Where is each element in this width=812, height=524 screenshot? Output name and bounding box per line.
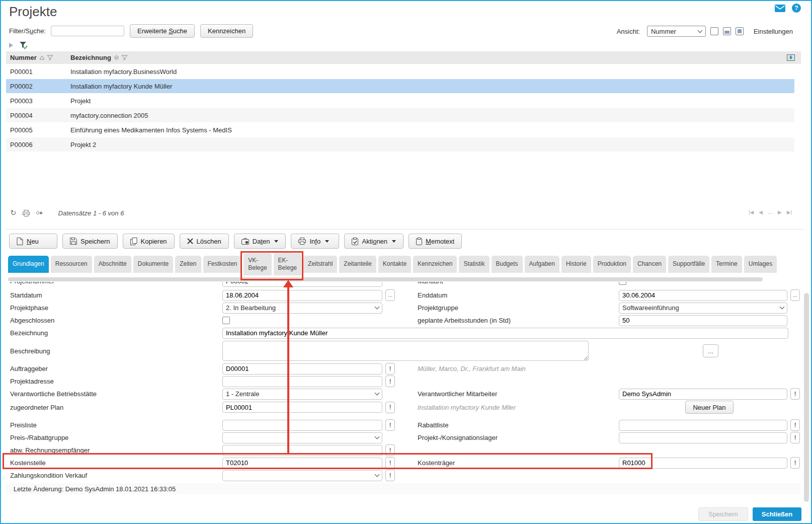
filter-active-icon[interactable]	[19, 41, 28, 49]
advanced-search-button[interactable]: Erweiterte Suche	[130, 24, 195, 38]
einstellungen-link[interactable]: Einstellungen	[754, 28, 793, 35]
tab-umlages[interactable]: Umlages	[744, 256, 777, 273]
column-filter-icon[interactable]	[121, 55, 128, 60]
expand-filter-icon[interactable]	[9, 43, 13, 48]
tab-zeiten[interactable]: Zeiten	[175, 256, 201, 273]
filter-search-input[interactable]	[51, 26, 124, 36]
kostenstelle-input[interactable]	[222, 458, 382, 469]
column-settings-icon[interactable]	[787, 54, 795, 61]
memotext-button[interactable]: Memotext	[409, 234, 462, 249]
tab-statistik[interactable]: Statistik	[459, 256, 489, 273]
beschreibung-textarea[interactable]	[222, 341, 589, 361]
tab-dokumente[interactable]: Dokumente	[133, 256, 173, 273]
tab-ek-belege[interactable]: EK- Belege	[274, 253, 301, 275]
auftraggeber-input[interactable]	[222, 363, 382, 375]
rechnungsempfaenger-input[interactable]	[222, 445, 382, 456]
plan-lookup-button[interactable]: !	[385, 402, 395, 413]
kostenstelle-lookup-button[interactable]: !	[385, 457, 395, 469]
table-row[interactable]: P00005 Einführung eines Medikamenten Inf…	[6, 123, 794, 137]
tab-supportfälle[interactable]: Supportfälle	[668, 256, 709, 273]
projektadresse-input[interactable]	[222, 376, 382, 387]
table-row[interactable]: P00006 Projekt 2	[6, 137, 794, 152]
mandant-checkbox[interactable]	[619, 282, 626, 285]
refresh-icon[interactable]: ↻	[10, 208, 17, 217]
table-row[interactable]: P00002 Installation myfactory Kunde Müll…	[6, 79, 794, 94]
kostentraeger-lookup-button[interactable]: !	[790, 457, 800, 469]
plan-input[interactable]	[222, 402, 382, 413]
save-button[interactable]: Speichern	[62, 234, 118, 249]
lager-input[interactable]	[619, 432, 787, 443]
link-records-icon[interactable]	[36, 210, 43, 215]
zahlungskondition-select[interactable]	[222, 470, 382, 481]
tab-termine[interactable]: Termine	[711, 256, 742, 273]
projektnummer-input[interactable]	[222, 282, 382, 287]
mitarbeiter-input[interactable]	[619, 389, 787, 400]
preisliste-input[interactable]	[222, 420, 382, 431]
tab-budgets[interactable]: Budgets	[492, 256, 523, 273]
column-header-nummer[interactable]: Nummer	[6, 54, 70, 61]
tab-zeitanteile[interactable]: Zeitanteile	[339, 256, 376, 273]
pager-prev-button[interactable]: ◀	[759, 209, 763, 215]
betriebsstaette-select[interactable]: 1 - Zentrale	[222, 389, 382, 400]
tab-ressourcen[interactable]: Ressourcen	[51, 256, 92, 273]
delete-button[interactable]: Löschen	[180, 234, 229, 249]
tab-zeitstrahl[interactable]: Zeitstrahl	[303, 256, 337, 273]
new-button[interactable]: Neu	[9, 234, 57, 249]
print-icon[interactable]	[23, 210, 30, 216]
mail-icon[interactable]	[775, 5, 785, 12]
pager-next-button[interactable]: ▶	[778, 209, 782, 215]
column-filter-icon[interactable]	[47, 55, 53, 60]
tab-chancen[interactable]: Chancen	[633, 256, 666, 273]
view-detail-button[interactable]	[736, 27, 744, 35]
projektadresse-lookup-button[interactable]: !	[385, 376, 395, 387]
table-row[interactable]: P00001 Installation myfactory.BusinessWo…	[6, 64, 794, 79]
tab-kontakte[interactable]: Kontakte	[378, 256, 411, 273]
close-button[interactable]: Schließen	[753, 507, 801, 521]
startdatum-input[interactable]	[222, 290, 382, 301]
lager-lookup-button[interactable]: !	[790, 432, 800, 443]
sort-both-icon[interactable]	[114, 55, 119, 60]
pager-first-button[interactable]: |◀	[749, 209, 754, 215]
table-row[interactable]: P00004 myfactory.connection 2005	[6, 108, 794, 123]
bezeichnung-input[interactable]	[222, 328, 788, 339]
data-menu-button[interactable]: Daten	[234, 234, 286, 249]
column-header-bezeichnung[interactable]: Bezeichnung	[70, 54, 128, 61]
view-split-button[interactable]	[723, 27, 731, 35]
copy-button[interactable]: Kopieren	[123, 234, 175, 249]
enddatum-picker-button[interactable]: ...	[790, 289, 800, 301]
actions-menu-button[interactable]: Aktionen	[344, 234, 403, 249]
sort-asc-icon[interactable]	[39, 55, 45, 60]
tab-historie[interactable]: Historie	[561, 256, 591, 273]
tab-kennzeichen[interactable]: Kennzeichen	[413, 256, 457, 273]
projektphase-select[interactable]: 2. In Bearbeitung	[222, 303, 382, 314]
table-row[interactable]: P00003 Projekt	[6, 94, 794, 108]
rabattliste-lookup-button[interactable]: !	[790, 419, 800, 431]
mitarbeiter-lookup-button[interactable]: !	[790, 388, 800, 400]
rabattliste-input[interactable]	[619, 420, 787, 431]
abgeschlossen-checkbox[interactable]	[222, 317, 230, 324]
info-menu-button[interactable]: Info	[291, 234, 339, 249]
ansicht-select[interactable]: Nummer	[647, 26, 706, 37]
beschreibung-more-button[interactable]: ...	[703, 344, 718, 357]
preisgruppe-select[interactable]	[222, 432, 382, 443]
startdatum-picker-button[interactable]: ...	[385, 289, 395, 301]
pager-more[interactable]: ...	[768, 208, 773, 215]
tab-festkosten[interactable]: Festkosten	[203, 256, 242, 273]
projektgruppe-select[interactable]: Softwareeinführung	[619, 303, 787, 314]
tab-vk-belege[interactable]: VK- Belege	[243, 253, 271, 275]
kostentraeger-input[interactable]	[619, 458, 787, 469]
kennzeichen-button[interactable]: Kennzeichen	[200, 24, 253, 38]
vertical-scrollbar[interactable]	[804, 293, 809, 502]
tab-produktion[interactable]: Produktion	[593, 256, 631, 273]
zahlungskondition-lookup-button[interactable]: !	[385, 470, 395, 481]
tab-abschnitte[interactable]: Abschnitte	[94, 256, 131, 273]
rechnungsempfaenger-lookup-button[interactable]: !	[385, 444, 395, 456]
horizontal-scrollbar[interactable]	[8, 277, 763, 281]
save-footer-button[interactable]: Speichern	[698, 507, 748, 521]
tab-aufgaben[interactable]: Aufgaben	[525, 256, 559, 273]
view-list-button[interactable]	[710, 27, 718, 35]
neuer-plan-button[interactable]: Neuer Plan	[685, 401, 734, 414]
pager-last-button[interactable]: ▶|	[787, 209, 792, 215]
arbeitsstunden-input[interactable]	[619, 315, 787, 326]
tab-grundlagen[interactable]: Grundlagen	[8, 256, 49, 273]
